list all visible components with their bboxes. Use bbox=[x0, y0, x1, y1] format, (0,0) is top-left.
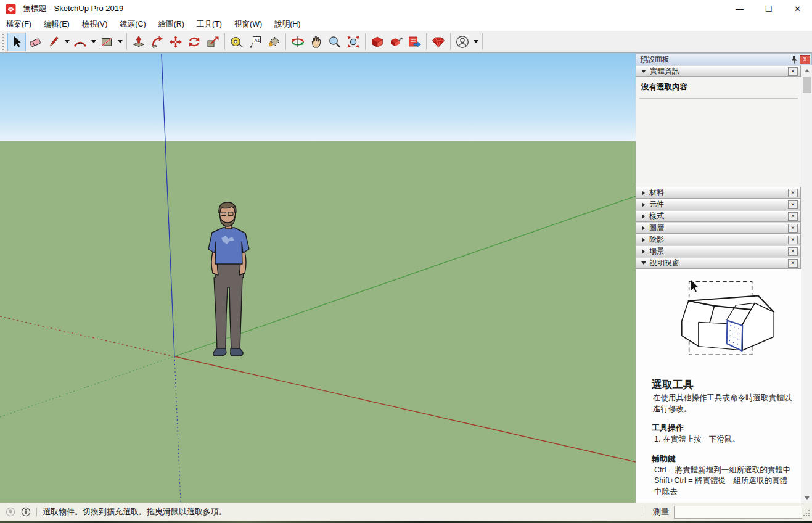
measurements-area: 測量 bbox=[636, 504, 812, 520]
tray-titlebar[interactable]: 預設面板 x bbox=[636, 53, 812, 65]
section-label: 元件 bbox=[649, 199, 664, 210]
triangle-right-icon bbox=[642, 214, 645, 219]
section-close-button[interactable]: × bbox=[788, 200, 798, 209]
send-to-layout-button[interactable] bbox=[405, 33, 424, 51]
menu-tools[interactable]: 工具(T) bbox=[191, 19, 228, 30]
close-x-icon: x bbox=[803, 56, 806, 62]
eraser-tool[interactable] bbox=[26, 33, 44, 51]
menu-file[interactable]: 檔案(F) bbox=[0, 19, 38, 30]
share-model-button[interactable] bbox=[387, 33, 405, 51]
section-close-button[interactable]: × bbox=[788, 236, 798, 244]
instructor-modifier-line: Shift+Ctrl = 將實體從一組所選取的實體中除去 bbox=[654, 476, 794, 497]
minimize-button[interactable]: — bbox=[725, 0, 754, 17]
text-tool[interactable]: A1 bbox=[246, 33, 265, 51]
toolbar-separator bbox=[285, 33, 286, 50]
select-tool[interactable] bbox=[7, 33, 26, 51]
pan-tool[interactable] bbox=[307, 33, 326, 51]
extension-warehouse-ruby-icon bbox=[431, 35, 446, 49]
text-label-icon: A1 bbox=[248, 35, 263, 49]
section-styles[interactable]: 樣式 × bbox=[636, 210, 801, 222]
orbit-tool[interactable] bbox=[289, 33, 307, 51]
section-components[interactable]: 元件 × bbox=[636, 199, 801, 210]
toolbar-separator bbox=[365, 33, 366, 50]
arc-tool-dropdown[interactable] bbox=[89, 33, 97, 51]
context-help-icon[interactable] bbox=[21, 507, 31, 517]
section-close-button[interactable]: × bbox=[788, 224, 798, 233]
menu-camera[interactable]: 鏡頭(C) bbox=[113, 19, 152, 30]
entity-info-content: 沒有選取內容 bbox=[636, 77, 801, 187]
section-label: 樣式 bbox=[649, 211, 664, 221]
menu-help[interactable]: 說明(H) bbox=[268, 19, 306, 30]
chevron-down-icon bbox=[118, 40, 123, 43]
menu-edit[interactable]: 編輯(E) bbox=[38, 19, 76, 30]
close-button[interactable]: ✕ bbox=[783, 0, 812, 17]
instructor-modifiers-heading: 輔助鍵 bbox=[652, 453, 794, 464]
instructor-heading: 選取工具 bbox=[652, 377, 794, 392]
section-materials[interactable]: 材料 × bbox=[636, 187, 801, 199]
3d-viewport[interactable] bbox=[0, 53, 636, 503]
section-close-button[interactable]: × bbox=[788, 67, 798, 76]
chevron-down-icon bbox=[91, 40, 96, 43]
measurements-input[interactable] bbox=[674, 506, 802, 519]
follow-me-tool[interactable] bbox=[148, 33, 166, 51]
tape-measure-tool[interactable] bbox=[228, 33, 246, 51]
arc-tool[interactable] bbox=[71, 33, 89, 51]
account-dropdown[interactable] bbox=[472, 33, 480, 51]
section-shadows[interactable]: 陰影 × bbox=[636, 234, 801, 245]
section-scenes[interactable]: 場景 × bbox=[636, 245, 801, 257]
resize-grip-icon[interactable] bbox=[803, 508, 811, 520]
triangle-down-icon bbox=[641, 262, 646, 265]
line-tool-dropdown[interactable] bbox=[63, 33, 71, 51]
push-pull-tool[interactable] bbox=[129, 33, 148, 51]
svg-text:A1: A1 bbox=[255, 37, 260, 43]
pan-hand-icon bbox=[309, 35, 324, 49]
move-tool[interactable] bbox=[166, 33, 185, 51]
statusbar: 選取物件。切換到擴充選取。拖曳滑鼠以選取多項。 測量 bbox=[0, 503, 812, 521]
section-close-button[interactable]: × bbox=[788, 247, 798, 256]
triangle-right-icon bbox=[642, 226, 645, 231]
toolbar-grip[interactable] bbox=[2, 34, 5, 50]
section-close-button[interactable]: × bbox=[788, 259, 798, 268]
arc-icon bbox=[73, 35, 88, 49]
rectangle-tool[interactable] bbox=[97, 33, 116, 51]
line-tool[interactable] bbox=[44, 33, 63, 51]
menu-view[interactable]: 檢視(V) bbox=[76, 19, 114, 30]
tape-measure-icon bbox=[229, 35, 244, 49]
rectangle-tool-dropdown[interactable] bbox=[116, 33, 124, 51]
geolocation-status-icon[interactable] bbox=[6, 507, 15, 517]
scroll-down-button[interactable] bbox=[802, 493, 812, 503]
menu-draw[interactable]: 繪圖(R) bbox=[152, 19, 191, 30]
window-title: 無標題 - SketchUp Pro 2019 bbox=[23, 3, 123, 14]
maximize-button[interactable]: ☐ bbox=[754, 0, 783, 17]
menu-window[interactable]: 視窗(W) bbox=[228, 19, 268, 30]
tray-body: 實體資訊 × 沒有選取內容 材料 × 元件 × 樣式 × bbox=[636, 65, 801, 503]
desktop-wallpaper-strip bbox=[0, 521, 812, 523]
section-close-button[interactable]: × bbox=[788, 212, 798, 221]
arrow-up-icon bbox=[805, 69, 810, 72]
rotate-tool[interactable] bbox=[185, 33, 203, 51]
zoom-extents-tool[interactable] bbox=[344, 33, 363, 51]
paint-bucket-tool[interactable] bbox=[265, 33, 283, 51]
panel-scrollbar[interactable] bbox=[802, 65, 812, 503]
orbit-icon bbox=[290, 35, 305, 49]
chevron-down-icon bbox=[474, 40, 478, 43]
zoom-tool[interactable] bbox=[326, 33, 344, 51]
section-entity-info[interactable]: 實體資訊 × bbox=[636, 65, 801, 77]
3d-warehouse-button[interactable] bbox=[368, 33, 387, 51]
scroll-up-button[interactable] bbox=[802, 65, 812, 75]
section-close-button[interactable]: × bbox=[788, 189, 798, 197]
ground-plane bbox=[0, 141, 636, 503]
scale-icon bbox=[205, 35, 220, 49]
account-button[interactable] bbox=[453, 33, 472, 51]
scrollbar-thumb[interactable] bbox=[803, 77, 811, 93]
tray-close-button[interactable]: x bbox=[800, 55, 810, 64]
extension-warehouse-button[interactable] bbox=[429, 33, 448, 51]
divider bbox=[639, 98, 798, 99]
section-instructor[interactable]: 說明視窗 × bbox=[636, 257, 801, 269]
toolbar-separator bbox=[126, 33, 127, 50]
scale-tool[interactable] bbox=[203, 33, 222, 51]
triangle-right-icon bbox=[642, 202, 645, 207]
auto-hide-pin-button[interactable] bbox=[789, 54, 800, 64]
statusbar-separator bbox=[642, 508, 642, 516]
section-layers[interactable]: 圖層 × bbox=[636, 222, 801, 234]
